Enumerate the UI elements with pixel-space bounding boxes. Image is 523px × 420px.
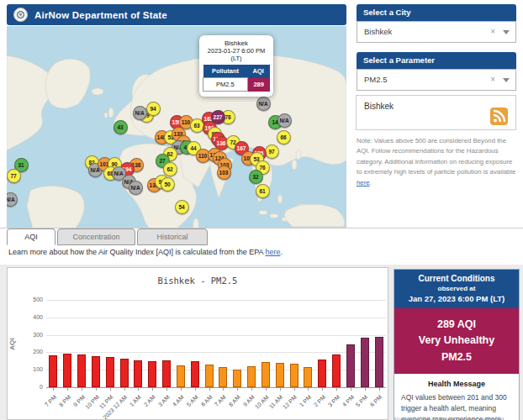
chart-bar[interactable]: [120, 359, 129, 387]
app-title: AirNow Department of State: [34, 10, 167, 20]
aqi-marker[interactable]: N/A: [277, 113, 292, 128]
chart-bar[interactable]: [205, 365, 214, 387]
chart-x-tick: [110, 387, 111, 391]
chart-x-tick: [237, 387, 238, 391]
rss-icon[interactable]: [490, 108, 508, 125]
chart-bar[interactable]: [49, 355, 57, 387]
chart-x-tick: [166, 387, 167, 391]
popup-col-aqi: AQI: [247, 65, 269, 78]
aqi-marker[interactable]: 54: [175, 200, 189, 214]
chart-title: Bishkek - PM2.5: [8, 276, 388, 286]
current-conditions-header: Current Conditions observed at Jan 27, 2…: [394, 270, 519, 308]
chart-bar[interactable]: [134, 360, 142, 387]
chart-x-tick: [138, 387, 139, 391]
chart-bar[interactable]: [219, 367, 227, 387]
aqi-info-link[interactable]: here: [266, 248, 281, 256]
chart-y-axis-title: AQI: [8, 339, 16, 350]
chart-x-tick-label: 11 AM: [268, 394, 284, 410]
chart-x-tick-label: 7 PM: [44, 394, 58, 408]
aqi-marker[interactable]: 62: [163, 162, 177, 176]
chart-bar[interactable]: [77, 354, 86, 387]
chart-x-tick-label: 8 AM: [228, 394, 241, 407]
chart-gridline: [46, 387, 386, 388]
chart-x-tick-label: 12 PM: [282, 394, 298, 410]
city-clear-icon[interactable]: ×: [490, 22, 495, 42]
chart-x-tick-label: 5 AM: [185, 394, 198, 407]
chart-x-tick-label: 3 AM: [157, 394, 171, 407]
city-dropdown-caret-icon[interactable]: [503, 30, 510, 34]
chart-bar[interactable]: [233, 370, 241, 387]
aqi-marker[interactable]: N/A: [133, 106, 147, 120]
popup-table: Pollutant AQI PM2.5 289: [203, 65, 270, 92]
map-popup: Bishkek 2023-01-27 6:00 PM (LT) Pollutan…: [199, 35, 273, 97]
chart-y-tick-label: 200: [13, 349, 43, 354]
aqi-marker[interactable]: 66: [277, 130, 291, 144]
aqi-marker[interactable]: N/A: [256, 97, 271, 111]
aqi-marker[interactable]: 94: [146, 102, 161, 116]
chart-x-tick-label: 8 PM: [58, 394, 72, 408]
popup-timezone: (LT): [203, 55, 270, 62]
observed-datetime: Jan 27, 2023 6:00 PM (LT): [398, 294, 515, 303]
chart-bar[interactable]: [346, 344, 355, 387]
chart-bar[interactable]: [276, 363, 284, 387]
tab-aqi[interactable]: AQI: [7, 228, 55, 245]
popup-city: Bishkek: [203, 39, 270, 47]
chart-x-tick: [195, 387, 196, 391]
chart-bar[interactable]: [177, 365, 185, 387]
chart-y-tick-label: 0: [13, 384, 43, 390]
sidebar-note-link[interactable]: here: [357, 179, 370, 186]
chart-bar[interactable]: [162, 360, 171, 387]
aqi-marker[interactable]: 32: [249, 170, 263, 184]
chart-bar[interactable]: [332, 354, 341, 387]
aqi-marker[interactable]: 103: [217, 165, 231, 180]
chart-x-tick-label: 2 AM: [143, 394, 156, 407]
world-map[interactable]: 3177N/A82N/A1019013819468N/AN/AN/A437994…: [7, 26, 346, 228]
health-message-title: Health Message: [401, 380, 512, 388]
sidebar-note-text: Note: Values above 500 are considered Be…: [357, 137, 515, 176]
parameter-clear-icon[interactable]: ×: [490, 70, 495, 90]
chart-bar[interactable]: [92, 356, 100, 387]
aqi-marker[interactable]: N/A: [7, 192, 18, 207]
chart-x-tick-label: 3 PM: [327, 394, 341, 408]
parameter-select[interactable]: PM2.5 ×: [357, 69, 516, 91]
chart-bar[interactable]: [63, 354, 71, 387]
sidebar-note: Note: Values above 500 are considered Be…: [357, 136, 520, 188]
chart-bar[interactable]: [106, 357, 114, 387]
aqi-marker[interactable]: N/A: [129, 181, 143, 195]
chart-y-tick-label: 100: [13, 366, 43, 372]
aqi-marker[interactable]: 77: [7, 169, 21, 183]
chart-x-tick: [96, 387, 97, 391]
chart-bar[interactable]: [290, 364, 298, 387]
chart-gridline: [46, 335, 386, 336]
chart-y-tick-label: 300: [13, 332, 43, 338]
chart-bar[interactable]: [247, 366, 256, 387]
chart-bar[interactable]: [262, 362, 270, 387]
chart-x-tick-label: 7 AM: [214, 394, 227, 407]
chart-x-tick: [322, 387, 323, 391]
chart-bar[interactable]: [304, 367, 312, 387]
city-select[interactable]: Bishkek ×: [357, 21, 516, 43]
tab-historical[interactable]: Historical: [137, 228, 208, 245]
state-department-seal-icon: [13, 8, 28, 22]
chart-bar[interactable]: [318, 360, 326, 387]
chart-x-tick-label: 10 PM: [84, 394, 100, 410]
chart-x-tick: [152, 387, 153, 391]
aqi-marker[interactable]: 50: [161, 177, 175, 192]
tab-concentration[interactable]: Concentration: [57, 228, 135, 245]
parameter-dropdown-caret-icon[interactable]: [503, 78, 510, 82]
chart-bar[interactable]: [361, 338, 369, 387]
chart-x-tick: [294, 387, 295, 391]
chart-x-tick-label: 6 PM: [369, 394, 383, 408]
chart-x-tick-label: 5 PM: [355, 394, 369, 408]
aqi-marker[interactable]: 97: [265, 144, 279, 159]
chart-bar[interactable]: [191, 361, 199, 387]
city-select-header: Select a City: [357, 4, 516, 21]
chart-y-tick-label: 500: [13, 297, 43, 302]
aqi-info-line: Learn more about how the Air Quality Ind…: [8, 248, 283, 256]
chart-x-tick: [82, 387, 82, 391]
rss-feed-box: Bishkek: [356, 95, 516, 130]
aqi-marker[interactable]: 43: [114, 120, 128, 134]
aqi-marker[interactable]: 61: [256, 184, 270, 198]
chart-bar[interactable]: [375, 337, 383, 387]
chart-bar[interactable]: [148, 361, 156, 387]
